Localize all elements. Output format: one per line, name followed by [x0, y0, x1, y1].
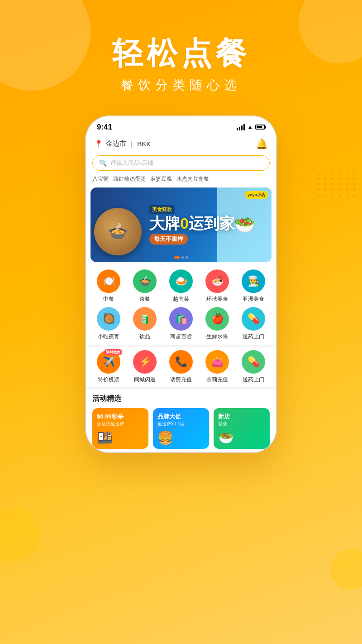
wifi-icon: ▲	[247, 124, 253, 130]
category-medicine-delivery[interactable]: 💊 送药上门	[237, 307, 270, 340]
category-row-2: 🥘 小吃夜宵 🧃 饮品 🛍️ 商超百货 🍎 生鲜水果 💊 送药上门	[90, 307, 272, 340]
banner-zero: 0	[180, 215, 189, 232]
phone-recharge-icon: 📞	[169, 350, 193, 374]
category-asian-food[interactable]: 👨‍🍳 亚洲美食	[237, 269, 270, 303]
medicine-home-icon: 💊	[242, 350, 265, 374]
service-phone-recharge[interactable]: 📞 话费充值	[165, 350, 197, 383]
brand-promo-sublabel: 配送费$0.1起	[157, 421, 184, 427]
category-section: 🍽️ 中餐 🍲 束餐 🍛 越南菜 🍜 环球美食 👨‍🍳 亚洲美食	[86, 268, 276, 340]
phone-wrapper: 9:41 ▲ 📍 金边市 | BKK	[0, 116, 362, 452]
search-bar[interactable]: 🔍 请输入商品/店铺	[92, 155, 270, 171]
banner-main-text2: 运到家	[189, 215, 235, 232]
category-bundle-meal[interactable]: 🍲 束餐	[129, 269, 161, 303]
activity-cards: $0.99秒杀 全场免配送费 🍱 品牌大促 配送费$0.1起 🍔 新店 营业 🥗	[92, 408, 270, 449]
drinks-icon: 🧃	[133, 307, 157, 331]
activity-section: 活动精选 $0.99秒杀 全场免配送费 🍱 品牌大促 配送费$0.1起 🍔 新店…	[86, 387, 276, 452]
bg-circle-bottomleft	[0, 508, 41, 562]
service-flash-delivery[interactable]: ⚡ 同城闪送	[129, 350, 161, 383]
banner-sub-label: 美食狂欢	[149, 205, 175, 214]
drinks-label: 饮品	[139, 333, 150, 340]
global-food-label: 环球美食	[206, 296, 228, 303]
hero-section: 轻松点餐 餐饮分类随心选	[0, 0, 362, 112]
balance-recharge-icon: 👛	[205, 350, 229, 374]
bundle-meal-label: 束餐	[139, 296, 150, 303]
search-icon: 🔍	[99, 159, 107, 167]
hero-title: 轻松点餐	[0, 36, 362, 70]
new-store-label: 新店	[218, 413, 230, 421]
banner-tag: 每天不重样	[149, 234, 188, 245]
asian-food-icon: 👨‍🍳	[242, 269, 265, 293]
location-name: 金边市	[106, 139, 126, 148]
phone-mockup: 9:41 ▲ 📍 金边市 | BKK	[86, 116, 276, 452]
bundle-meal-icon: 🍲	[133, 269, 157, 293]
new-store-sublabel: 营业	[218, 421, 227, 427]
chinese-food-icon: 🍽️	[97, 269, 120, 293]
fresh-produce-label: 生鲜水果	[206, 333, 228, 340]
signal-icon	[237, 124, 245, 130]
supermarket-label: 商超百货	[170, 333, 192, 340]
banner-dots	[174, 256, 188, 259]
location-divider: |	[131, 140, 133, 148]
quick-tag-1[interactable]: 八宝粥	[92, 175, 109, 183]
quick-tag-3[interactable]: 麻婆豆腐	[150, 175, 172, 183]
cheap-flights-label: 特价机票	[98, 376, 119, 383]
status-time: 9:41	[97, 123, 112, 132]
cheap-flights-badge: 限时低价	[104, 349, 122, 355]
global-food-icon: 🍜	[205, 269, 229, 293]
phone-recharge-label: 话费充值	[170, 376, 192, 383]
flash-delivery-label: 同城闪送	[134, 376, 156, 383]
supermarket-icon: 🛍️	[169, 307, 193, 331]
category-fresh-produce[interactable]: 🍎 生鲜水果	[201, 307, 233, 340]
snacks-label: 小吃夜宵	[98, 333, 119, 340]
status-bar: 9:41 ▲	[86, 116, 276, 135]
location-city: BKK	[137, 140, 151, 148]
flash-delivery-icon: ⚡	[133, 350, 157, 374]
notification-bell-icon[interactable]: 🔔	[256, 138, 268, 150]
category-drinks[interactable]: 🧃 饮品	[129, 307, 161, 340]
location-area[interactable]: 📍 金边市 | BKK	[94, 139, 151, 148]
hero-subtitle: 餐饮分类随心选	[0, 77, 362, 94]
quick-tags-row: 八宝粥 西红柿鸡蛋汤 麻婆豆腐 水煮肉片套餐	[86, 175, 276, 187]
brand-promo-label: 品牌大促	[157, 413, 181, 421]
bg-circle-bottomright	[330, 549, 362, 590]
activity-card-new-store[interactable]: 新店 营业 🥗	[214, 408, 270, 449]
vietnamese-icon: 🍛	[169, 269, 193, 293]
activity-card-brand-promo[interactable]: 品牌大促 配送费$0.1起 🍔	[153, 408, 209, 449]
flash-sale-label: $0.99秒杀	[97, 413, 124, 421]
quick-tag-2[interactable]: 西红柿鸡蛋汤	[113, 175, 146, 183]
snacks-icon: 🥘	[97, 307, 120, 331]
battery-icon	[255, 125, 265, 130]
category-supermarket[interactable]: 🛍️ 商超百货	[165, 307, 197, 340]
category-chinese-food[interactable]: 🍽️ 中餐	[92, 269, 125, 303]
quick-tag-4[interactable]: 水煮肉片套餐	[176, 175, 209, 183]
category-snacks[interactable]: 🥘 小吃夜宵	[92, 307, 125, 340]
medicine-label: 送药上门	[243, 333, 264, 340]
balance-recharge-label: 余额充值	[206, 376, 228, 383]
category-global-food[interactable]: 🍜 环球美食	[201, 269, 233, 303]
location-pin-icon: 📍	[94, 139, 103, 148]
medicine-icon: 💊	[242, 307, 265, 331]
promo-banner[interactable]: 🍲 美食狂欢 大牌0运到家 每天不重样 🥗 yoyo小店	[90, 187, 272, 262]
activity-card-flash-sale[interactable]: $0.99秒杀 全场免配送费 🍱	[92, 408, 148, 449]
chinese-food-label: 中餐	[103, 296, 114, 303]
category-vietnamese[interactable]: 🍛 越南菜	[165, 269, 197, 303]
activity-section-title: 活动精选	[92, 394, 270, 404]
service-cheap-flights[interactable]: 限时低价 ✈️ 特价机票	[92, 350, 125, 383]
service-balance-recharge[interactable]: 👛 余额充值	[201, 350, 233, 383]
services-row: 限时低价 ✈️ 特价机票 ⚡ 同城闪送 📞 话费充值 👛 余额充值 💊	[90, 350, 272, 383]
asian-food-label: 亚洲美食	[243, 296, 264, 303]
search-input[interactable]: 请输入商品/店铺	[110, 159, 153, 167]
fresh-produce-icon: 🍎	[205, 307, 229, 331]
banner-store-label: yoyo小店	[245, 191, 268, 199]
service-medicine-home[interactable]: 💊 送药上门	[237, 350, 270, 383]
app-header: 📍 金边市 | BKK 🔔	[86, 135, 276, 154]
category-row-1: 🍽️ 中餐 🍲 束餐 🍛 越南菜 🍜 环球美食 👨‍🍳 亚洲美食	[90, 269, 272, 303]
services-section: 限时低价 ✈️ 特价机票 ⚡ 同城闪送 📞 话费充值 👛 余额充值 💊	[86, 345, 276, 387]
status-icons: ▲	[237, 124, 265, 130]
vietnamese-label: 越南菜	[173, 296, 189, 303]
banner-main-text1: 大牌	[149, 215, 180, 232]
medicine-home-label: 送药上门	[243, 376, 264, 383]
flash-sale-sublabel: 全场免配送费	[97, 421, 124, 427]
